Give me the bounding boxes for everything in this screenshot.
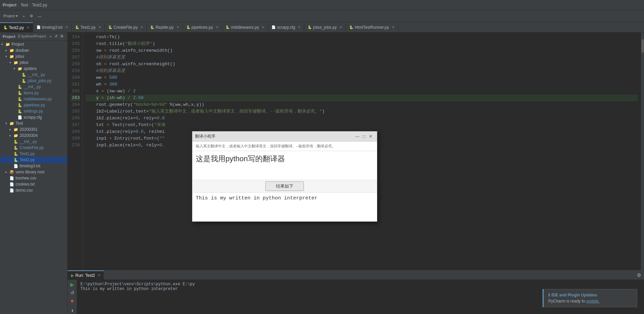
tab-label: Reptile.py: [156, 25, 173, 30]
tree-item-label: jobui_jobs.py: [28, 78, 51, 83]
run-stop-button[interactable]: ■: [70, 297, 74, 304]
tree-item-createfile[interactable]: ▸ 🐍 CreateFile.py: [0, 145, 67, 151]
code-line: wh = 300: [86, 81, 638, 88]
file-sidebar: Project E:\python\Project + ↺ ⚙ ▾ 📁 Proj…: [0, 32, 68, 314]
file-tree: ▾ 📁 Project ▸ 📁 douban ▾ 📁 jobui ▾ 📁 jo: [0, 41, 67, 314]
run-tab-close[interactable]: ✕: [98, 273, 100, 277]
dialog-body: 输入英文翻译中文，或者输入中文翻译英文，按回车键翻译。--版权所有，翻录必究。 …: [192, 142, 377, 221]
expand-icon: ▸: [5, 170, 9, 174]
tab-jobuijobspy[interactable]: 🐍 jobui_jobs.py ✕: [304, 22, 346, 32]
tree-item-jobui-jobs-py[interactable]: ▸ 🐍 jobui_jobs.py: [0, 78, 67, 84]
tree-item-test1py[interactable]: ▸ 🐍 Test1.py: [0, 151, 67, 157]
tab-test2py[interactable]: 🐍 Test2.py ✕: [0, 22, 33, 32]
tab-close-icon[interactable]: ✕: [140, 25, 143, 29]
dropdown-icon: ▾: [16, 14, 18, 18]
tab-createfilepy[interactable]: 🐍 CreateFile.py ✕: [105, 22, 147, 32]
tree-item-middlewares-py[interactable]: ▸ 🐍 middlewares.py: [0, 96, 67, 102]
tab-reptilepy[interactable]: 🐍 Reptile.py ✕: [147, 22, 183, 32]
tab-htmltestrunnerpy[interactable]: 🐍 HtmlTestRunner.py ✕: [346, 22, 398, 32]
sidebar-settings-btn[interactable]: ⚙: [59, 34, 65, 39]
tree-item-jobui-inner[interactable]: ▾ 📁 jobui: [0, 59, 67, 66]
tab-pipelinespy[interactable]: 🐍 pipelines.py ✕: [183, 22, 222, 32]
dialog-result-button[interactable]: 结果如下: [265, 182, 304, 191]
tree-item-timelog3[interactable]: ▸ 📄 timelog3.txt: [0, 163, 67, 169]
tree-item-test2py[interactable]: ▸ 🐍 Test2.py: [0, 157, 67, 163]
tab-icon: 🐍: [349, 25, 353, 29]
code-line: ww = 500: [86, 74, 638, 81]
tree-item-boohee[interactable]: ▸ 📄 boohee.csv: [0, 175, 67, 181]
run-play-button[interactable]: ▶: [70, 281, 75, 288]
tree-item-label: Test1.py: [20, 151, 35, 156]
dialog-input-text: 这是我用python写的翻译器: [192, 151, 377, 180]
tree-item-demo[interactable]: ▸ 📄 demo.csv: [0, 187, 67, 193]
sidebar-add-btn[interactable]: +: [49, 34, 53, 39]
tab-close-icon[interactable]: ✕: [98, 25, 101, 29]
settings-button[interactable]: ⚙: [28, 13, 35, 20]
tree-item-label: scrapy.cfg: [24, 115, 42, 120]
tree-item-20200304[interactable]: ▸ 📁 20200304: [0, 132, 67, 139]
tree-item-label: douban: [16, 48, 29, 53]
folder-icon: 📁: [9, 48, 14, 53]
tree-item-init-py-1[interactable]: ▸ 🐍 __init_.py: [0, 72, 67, 78]
tree-item-label: __init_.py: [24, 84, 41, 89]
line-num: 268: [70, 128, 80, 135]
tab-close-icon[interactable]: ✕: [298, 25, 301, 29]
tab-close-icon[interactable]: ✕: [216, 25, 218, 29]
tab-close-icon[interactable]: ✕: [176, 25, 179, 29]
tree-item-init-test[interactable]: ▸ 🐍 __init_.py: [0, 139, 67, 145]
scrollbar-thumb[interactable]: [642, 39, 644, 53]
notification-panel: ℹ IDE and Plugin Updates PyCharm is read…: [543, 289, 637, 307]
run-tab[interactable]: ▶ Run: Test2 ✕: [68, 270, 104, 280]
tree-item-jobui-outer[interactable]: ▾ 📁 jobui: [0, 53, 67, 59]
tree-item-cookies[interactable]: ▸ 📄 cookies.txt: [0, 181, 67, 187]
python-file-icon: 🐍: [22, 73, 26, 77]
tree-item-items-py[interactable]: ▸ 🐍 items.py: [0, 90, 67, 96]
tab-label: timelog3.txt: [42, 25, 63, 30]
code-line-highlighted: y = (sh-wh) / 2-50: [86, 95, 638, 101]
config-file-icon: 📄: [18, 115, 22, 120]
tab-close-icon[interactable]: ✕: [262, 25, 264, 29]
run-scroll-button[interactable]: ⬇: [70, 308, 74, 313]
tree-item-label: 20200301: [20, 127, 38, 132]
tab-close-icon[interactable]: ✕: [27, 26, 29, 29]
tree-item-label: settings.py: [24, 109, 43, 114]
tab-scrapycfg[interactable]: 📄 scrapy.cfg ✕: [268, 22, 304, 32]
tree-item-scrapy-cfg[interactable]: ▸ 📄 scrapy.cfg: [0, 114, 67, 120]
python-file-icon: 🐍: [14, 158, 18, 162]
tab-close-icon[interactable]: ✕: [392, 25, 395, 29]
dialog-maximize-button[interactable]: □: [361, 134, 367, 139]
right-scrollbar[interactable]: [641, 32, 644, 270]
text-file-icon: 📄: [14, 164, 18, 168]
tab-label: scrapy.cfg: [277, 25, 295, 30]
tree-item-20200301[interactable]: ▸ 📁 20200301: [0, 126, 67, 132]
sidebar-header: Project E:\python\Project + ↺ ⚙: [0, 32, 67, 41]
tree-item-settings-py[interactable]: ▸ 🐍 settings.py: [0, 108, 67, 114]
notification-update-link[interactable]: update.: [586, 299, 600, 304]
tree-item-douban[interactable]: ▸ 📁 douban: [0, 47, 67, 53]
dialog-close-button[interactable]: ✕: [367, 134, 374, 139]
run-restart-button[interactable]: ↺: [70, 289, 75, 296]
tab-timelog3txt[interactable]: 📄 timelog3.txt ✕: [33, 22, 72, 32]
run-settings-button[interactable]: ⚙: [634, 272, 644, 278]
toolbar: Project ▾ + ⚙ —: [0, 10, 644, 22]
tree-item-init-py-2[interactable]: ▸ 🐍 __init_.py: [0, 84, 67, 90]
tree-item-pipelines-py[interactable]: ▸ 🐍 pipelines.py: [0, 102, 67, 108]
minimize-button[interactable]: —: [36, 13, 44, 20]
tree-item-project[interactable]: ▾ 📁 Project: [0, 41, 67, 47]
add-button[interactable]: +: [21, 13, 27, 20]
project-dropdown-button[interactable]: Project ▾: [1, 13, 20, 20]
sidebar-sync-btn[interactable]: ↺: [53, 34, 58, 39]
tab-close-icon[interactable]: ✕: [65, 25, 68, 29]
dialog-result-text: This is my written in python interpreter: [192, 192, 377, 221]
tree-item-spiders[interactable]: ▾ 📁 spiders: [0, 66, 67, 72]
tab-middlewarespy[interactable]: 🐍 middlewares.py ✕: [222, 22, 268, 32]
tree-item-venv[interactable]: ▸ 📦 venv library root: [0, 169, 67, 175]
tree-item-test[interactable]: ▾ 📁 Test: [0, 120, 67, 126]
text-file-icon: 📄: [9, 182, 14, 187]
tab-test1py[interactable]: 🐍 Test1.py ✕: [72, 22, 105, 32]
line-num: 263: [70, 95, 80, 101]
tab-close-icon[interactable]: ✕: [339, 25, 342, 29]
csv-file-icon: 📄: [9, 176, 14, 180]
code-line: lb2=Label(root,text="输入英文翻译中文，或者输入中文翻译英文…: [86, 108, 638, 115]
dialog-minimize-button[interactable]: —: [353, 134, 361, 139]
